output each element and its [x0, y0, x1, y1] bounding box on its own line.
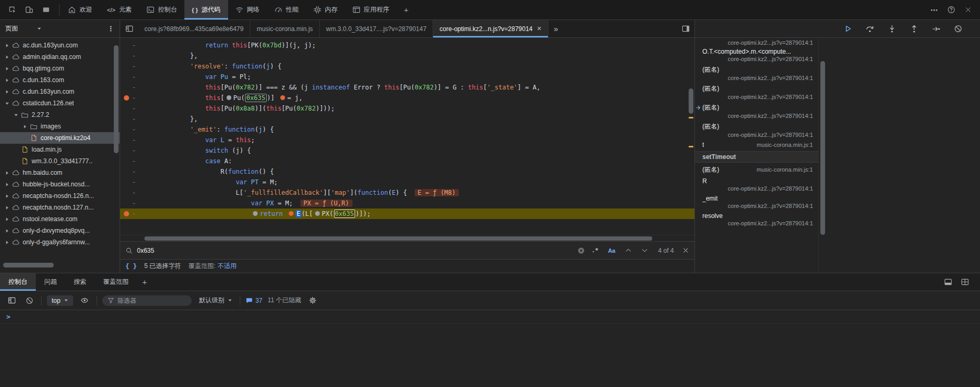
chevron-down-icon[interactable] [37, 26, 42, 31]
match-case-toggle[interactable]: Aa [605, 246, 618, 255]
chevron-right-icon[interactable] [3, 66, 11, 71]
inline-breakpoint-icon[interactable] [280, 95, 285, 100]
inline-breakpoint-candidate-icon[interactable] [253, 211, 258, 216]
log-level-dropdown[interactable]: 默认级别 [197, 296, 234, 305]
editor-horizontal-scrollbar[interactable] [120, 235, 694, 241]
breakpoint-icon[interactable] [124, 95, 129, 101]
step-icon[interactable] [932, 25, 940, 33]
scrollbar-thumb[interactable] [144, 236, 652, 241]
chevron-right-icon[interactable] [3, 182, 11, 187]
tree-item[interactable]: c.dun.163yun.com [0, 86, 120, 97]
code-line[interactable]: - R(function() { [120, 166, 694, 177]
code-line[interactable]: - this[Pu(0x635)] = j, [120, 93, 694, 103]
code-line[interactable]: - var Pu = Pl; [120, 72, 694, 82]
devtools-tab-performance[interactable]: 性能 [267, 0, 306, 19]
tree-item[interactable]: wm.3.0.0_33d41777.. [0, 155, 120, 167]
chevron-right-icon[interactable] [3, 171, 11, 175]
close-find-icon[interactable] [682, 247, 689, 254]
editor-tab[interactable]: core.js?68fb969...435ca69e8e6479 [138, 20, 250, 37]
inline-breakpoint-icon[interactable] [289, 211, 293, 216]
line-gutter[interactable]: - [120, 145, 144, 156]
chevron-right-icon[interactable] [3, 217, 11, 222]
line-gutter[interactable]: - [120, 114, 144, 124]
step-over-icon[interactable] [866, 25, 874, 33]
line-gutter[interactable]: - [120, 51, 144, 61]
line-gutter[interactable]: - [120, 177, 144, 187]
inspect-icon[interactable] [4, 3, 20, 17]
code-line[interactable]: - this[Pu(0x8a8)](this[Pu(0x782)])); [120, 103, 694, 114]
code-line[interactable]: - this[Pu(0x782)] === z && (j instanceof… [120, 82, 694, 93]
close-tab-icon[interactable]: ✕ [537, 25, 542, 32]
previous-match-icon[interactable] [622, 247, 634, 254]
code-line[interactable]: - var L = this; [120, 135, 694, 145]
chevron-right-icon[interactable] [3, 229, 11, 233]
drawer-tab[interactable]: 问题 [36, 273, 65, 291]
chevron-right-icon[interactable] [3, 90, 11, 94]
code-line[interactable]: - 'resolve': function(j) { [120, 61, 694, 72]
console-sidebar-icon[interactable] [5, 294, 18, 307]
line-gutter[interactable]: - [120, 156, 144, 166]
drawer-tab[interactable]: 控制台 [0, 273, 36, 291]
drawer-tab[interactable]: 搜索 [65, 273, 95, 291]
step-out-icon[interactable] [910, 25, 918, 33]
line-gutter[interactable]: - [120, 124, 144, 135]
chevron-right-icon[interactable] [3, 43, 11, 48]
line-gutter[interactable]: - [120, 198, 144, 209]
pretty-print-icon[interactable]: { } [125, 263, 137, 270]
chevron-right-icon[interactable] [3, 78, 11, 83]
navigator-more-icon[interactable]: ⋮ [107, 25, 114, 33]
devtools-tab-memory[interactable]: 内存 [306, 0, 345, 19]
console-prompt[interactable]: > [0, 310, 980, 324]
close-icon[interactable] [960, 3, 976, 17]
stack-frame[interactable]: O.T.<computed>.m.<compute...core-optimi.… [695, 46, 818, 64]
devtools-tab-elements[interactable]: </>元素 [100, 0, 139, 19]
stack-frame[interactable]: core-optimi.kz2...js?v=2879014:1 [695, 39, 818, 46]
tree-item[interactable]: core-optimi.kz2o4 [0, 132, 120, 144]
line-gutter[interactable]: - [120, 187, 144, 198]
tree-item[interactable]: images [0, 121, 120, 132]
deactivate-breakpoints-icon[interactable] [954, 25, 962, 33]
chevron-right-icon[interactable] [21, 124, 29, 129]
console-settings-icon[interactable] [307, 294, 319, 307]
stack-frame[interactable]: (匿名)core-optimi.kz2...js?v=2879014:1 [695, 102, 818, 121]
focus-mode-icon[interactable] [38, 3, 54, 17]
console-filter-input[interactable] [117, 297, 175, 304]
message-count-badge[interactable]: 37 [246, 297, 262, 304]
stack-frame[interactable]: (匿名)core-optimi.kz2...js?v=2879014:1 [695, 121, 818, 140]
panel-grid-icon[interactable] [957, 275, 973, 290]
stack-frame[interactable]: (匿名)music-corona.min.js:1 [695, 164, 818, 176]
more-horizontal-icon[interactable]: ⋯ [926, 3, 942, 17]
devtools-tab-welcome[interactable]: 欢迎 [61, 0, 100, 19]
code-line[interactable]: - '_emit': function(j) { [120, 124, 694, 135]
navigator-horizontal-scrollbar[interactable] [3, 263, 54, 267]
code-line[interactable]: - L['_fullfilledCallback']['map'](functi… [120, 187, 694, 198]
editor-vertical-scrollbar[interactable] [689, 88, 693, 114]
debugger-sidebar-toggle-icon[interactable] [677, 20, 694, 37]
drawer-tab[interactable]: 覆盖范围 [95, 273, 137, 291]
javascript-context-selector[interactable]: top [47, 295, 73, 306]
clear-search-icon[interactable] [577, 247, 585, 254]
next-match-icon[interactable] [639, 247, 651, 254]
tree-item[interactable]: ac.dun.163yun.com [0, 39, 120, 51]
code-line[interactable]: - switch (j) { [120, 145, 694, 156]
stack-frame[interactable]: resolvecore-optimi.kz2...js?v=2879014:1 [695, 211, 818, 228]
devtools-tab-console[interactable]: 控制台 [139, 0, 184, 19]
code-line[interactable]: - return this[PK(0x7bd)](j, j); [120, 40, 694, 51]
step-into-icon[interactable] [888, 25, 896, 33]
regex-toggle[interactable]: .* [589, 246, 601, 255]
tree-item[interactable]: nstool.netease.com [0, 213, 120, 225]
chevron-down-icon[interactable] [12, 113, 20, 117]
chevron-down-icon[interactable] [3, 101, 11, 106]
line-gutter[interactable]: - [120, 61, 144, 72]
search-input[interactable] [137, 247, 573, 254]
live-expression-icon[interactable] [79, 294, 91, 307]
line-gutter[interactable]: - [120, 135, 144, 145]
tree-item[interactable]: admin.qidian.qq.com [0, 51, 120, 63]
tree-item[interactable]: load.min.js [0, 144, 120, 155]
editor-tab[interactable]: music-corona.min.js [250, 20, 320, 37]
line-gutter[interactable]: - [120, 103, 144, 114]
drawer-add-tab[interactable]: + [137, 273, 152, 291]
line-gutter[interactable]: - [120, 82, 144, 93]
devtools-tab-network[interactable]: 网络 [228, 0, 267, 19]
line-gutter[interactable]: - [120, 93, 144, 103]
